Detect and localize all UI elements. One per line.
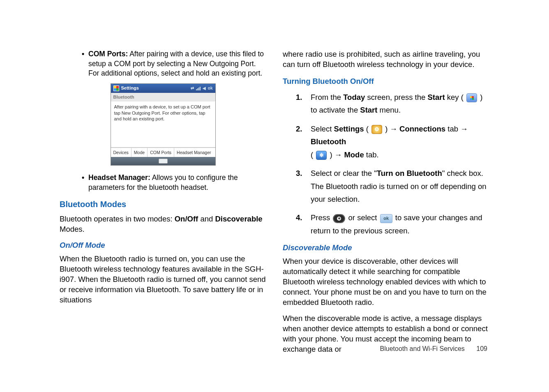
s1-b2: Start	[427, 93, 445, 101]
steps-list: 1. From the Today screen, press the Star…	[283, 91, 489, 237]
s2-b3: Bluetooth	[311, 137, 346, 146]
connectivity-icon: ⇄	[191, 85, 194, 91]
s2-b2: Connections	[399, 125, 445, 133]
wm-bottom-bar	[111, 157, 215, 165]
step-1-num: 1.	[296, 91, 302, 104]
footer-page-number: 109	[476, 345, 487, 352]
wm-title-text: Settings	[121, 85, 139, 91]
embedded-screenshot: Settings ⇄ ◀ ok Bluetooth After pairing …	[60, 83, 266, 166]
s4-pre: Press	[311, 213, 332, 222]
bullet-list-1: COM Ports: After pairing with a device, …	[60, 49, 266, 78]
discoverable-mode-heading: Discoverable Mode	[283, 243, 489, 253]
modes-mid: and	[198, 214, 215, 223]
s2-t1: tab	[445, 125, 460, 133]
s2-pre: Select	[311, 125, 334, 133]
s2-b1: Settings	[334, 125, 364, 133]
arrow-3: →	[334, 150, 344, 159]
settings-icon: ⚙	[371, 125, 382, 134]
bluetooth-icon: ✻	[316, 151, 327, 160]
right-column: where radio use is prohibited, such as a…	[283, 49, 489, 355]
step-4-num: 4.	[296, 211, 302, 224]
step-2: 2. Select Settings ( ⚙ ) → Connections t…	[283, 122, 489, 161]
footer-section: Bluetooth and Wi-Fi Services	[380, 345, 465, 352]
bullet-headset-manager: Headset Manager: Allows you to configure…	[60, 173, 266, 192]
wm-status-icons: ⇄ ◀ ok	[191, 85, 213, 91]
speaker-icon: ◀	[203, 85, 206, 91]
bullet-list-2: Headset Manager: Allows you to configure…	[60, 173, 266, 192]
onoff-mode-heading: On/Off Mode	[60, 240, 266, 251]
s4-mid: or select	[346, 213, 379, 222]
modes-post: Modes.	[60, 225, 85, 233]
wm-titlebar: Settings ⇄ ◀ ok	[111, 84, 215, 93]
s2-l2b: )	[328, 150, 334, 159]
s2-p1b: )	[383, 125, 390, 133]
step-1: 1. From the Today screen, press the Star…	[283, 91, 489, 117]
onoff-paragraph: When the Bluetooth radio is turned on, y…	[60, 254, 266, 305]
modes-b2: Discoverable	[215, 214, 262, 223]
ok-button-icon: ok	[380, 214, 392, 223]
s1-post: menu.	[377, 106, 401, 114]
s2-p1: (	[364, 125, 371, 133]
bullet-com-ports-label: COM Ports:	[88, 50, 128, 58]
arrow-2: →	[460, 125, 468, 133]
s3-b1: Turn on Bluetooth	[377, 169, 442, 178]
turning-bt-heading: Turning Bluetooth On/Off	[283, 76, 489, 87]
wm-tab-mode: Mode	[131, 148, 148, 157]
start-key-icon	[466, 93, 477, 102]
modes-paragraph: Bluetooth operates in two modes: On/Off …	[60, 214, 266, 235]
keyboard-icon	[159, 159, 168, 164]
s1-b3: Start	[360, 106, 377, 114]
wm-tab-headset: Headset Manager	[174, 148, 213, 157]
s3-pre: Select or clear the "	[311, 169, 377, 178]
wm-ok-label: ok	[208, 85, 213, 91]
step-3: 3. Select or clear the "Turn on Bluetoot…	[283, 167, 489, 205]
s1-pre: From the	[311, 93, 343, 101]
wm-body-text: After pairing with a device, to set up a…	[111, 101, 215, 148]
s1-b1: Today	[343, 93, 365, 101]
page-footer: Bluetooth and Wi-Fi Services 109	[380, 345, 487, 353]
wm-tabs: Devices Mode COM Ports Headset Manager	[111, 148, 215, 157]
step-2-num: 2.	[296, 122, 302, 135]
home-button-icon	[333, 214, 345, 223]
step-3-num: 3.	[296, 167, 302, 180]
arrow-1: →	[390, 125, 399, 133]
continuation-paragraph: where radio use is prohibited, such as a…	[283, 49, 489, 70]
windows-flag-icon	[113, 85, 119, 91]
modes-b1: On/Off	[175, 214, 198, 223]
wm-tab-devices: Devices	[111, 148, 131, 157]
step-4: 4. Press or select ok to save your chang…	[283, 211, 489, 237]
wm-subheader: Bluetooth	[111, 93, 215, 101]
bullet-headset-label: Headset Manager:	[88, 173, 150, 182]
left-column: COM Ports: After pairing with a device, …	[60, 49, 266, 355]
s2-l2c: tab.	[364, 150, 379, 159]
s1-mid1: screen, press the	[365, 93, 427, 101]
wm-tab-comports: COM Ports	[148, 148, 174, 157]
wm-window: Settings ⇄ ◀ ok Bluetooth After pairing …	[111, 83, 216, 166]
modes-pre: Bluetooth operates in two modes:	[60, 214, 175, 223]
s2-l2a: (	[311, 150, 315, 159]
signal-icon	[196, 86, 201, 90]
s2-b4: Mode	[344, 150, 364, 159]
s1-mid2: key (	[445, 93, 466, 101]
discoverable-p1: When your device is discoverable, other …	[283, 256, 489, 308]
bluetooth-modes-heading: Bluetooth Modes	[60, 199, 266, 210]
bullet-com-ports: COM Ports: After pairing with a device, …	[60, 49, 266, 78]
